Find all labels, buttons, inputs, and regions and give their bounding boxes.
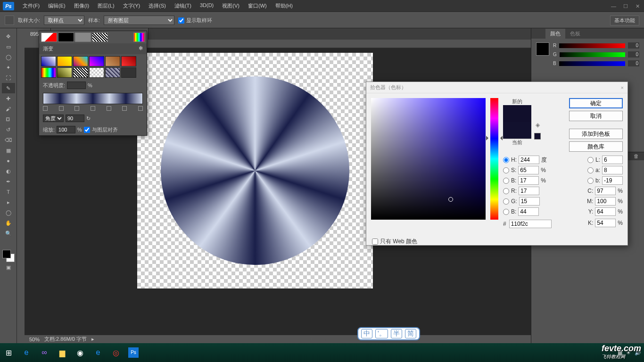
gradient-preset[interactable] — [89, 67, 104, 78]
gradient-fill-swatch[interactable] — [41, 33, 57, 42]
foreground-swatch[interactable] — [2, 250, 11, 258]
menu-select[interactable]: 选择(S) — [145, 0, 170, 11]
c-input[interactable] — [595, 187, 616, 195]
menu-window[interactable]: 窗口(W) — [244, 0, 271, 11]
fg-bg-swatches[interactable] — [2, 250, 15, 262]
b-hsb-radio[interactable] — [503, 178, 509, 184]
ellipse-tool-icon[interactable]: ◯ — [2, 207, 15, 218]
gradient-preset[interactable] — [89, 56, 104, 66]
menu-layer[interactable]: 图层(L) — [94, 0, 118, 11]
zoom-tool-icon[interactable]: 🔍 — [2, 228, 15, 239]
hand-tool-icon[interactable]: ✋ — [2, 218, 15, 228]
gradient-preset[interactable] — [121, 67, 136, 78]
l-input[interactable] — [602, 156, 623, 164]
sample-select[interactable]: 所有图层 — [104, 16, 174, 25]
gradient-preset[interactable] — [73, 67, 88, 78]
hue-slider[interactable] — [490, 98, 498, 220]
k-input[interactable] — [595, 219, 616, 227]
lasso-tool-icon[interactable]: ◯ — [2, 52, 15, 62]
s-input[interactable] — [518, 166, 539, 174]
a-radio[interactable] — [587, 167, 594, 173]
type-tool-icon[interactable]: T — [2, 187, 15, 197]
close-icon[interactable]: ✕ — [636, 3, 641, 9]
explorer-icon[interactable]: ▆ — [57, 347, 68, 358]
s-radio[interactable] — [503, 167, 509, 173]
gradient-stop[interactable] — [122, 106, 127, 111]
eyedropper-tool-icon[interactable] — [5, 16, 14, 25]
ie-icon[interactable]: e — [92, 347, 104, 358]
ime-lang[interactable]: 中 — [361, 329, 372, 338]
align-layer-checkbox[interactable] — [84, 127, 90, 133]
opacity-input[interactable] — [67, 82, 86, 89]
menu-edit[interactable]: 编辑(E) — [44, 0, 69, 11]
r-slider[interactable] — [559, 43, 625, 48]
color-tab[interactable]: 颜色 — [545, 29, 565, 39]
sv-cursor-icon[interactable] — [448, 197, 453, 202]
solid-fill-swatch[interactable] — [58, 33, 74, 42]
gradient-preset[interactable] — [57, 67, 72, 78]
menu-type[interactable]: 文字(Y) — [119, 0, 144, 11]
g-slider[interactable] — [560, 52, 625, 57]
panel-menu-icon[interactable]: ✻ — [139, 45, 143, 52]
gradient-editor-bar[interactable] — [43, 93, 143, 104]
b-rgb-radio[interactable] — [503, 209, 509, 215]
healing-tool-icon[interactable]: ✚ — [2, 93, 15, 104]
trash-icon[interactable]: 🗑 — [634, 153, 640, 160]
l-radio[interactable] — [587, 157, 594, 163]
vs-icon[interactable]: ∞ — [39, 347, 50, 358]
g-radio[interactable] — [503, 198, 509, 205]
g-input[interactable] — [519, 197, 540, 206]
path-select-tool-icon[interactable]: ▸ — [2, 197, 15, 207]
netease-icon[interactable]: ◎ — [110, 347, 122, 358]
gradient-panel[interactable]: 渐变✻ 不透明度: % 角度 ↻ 缩放: % 与图层对 — [39, 31, 147, 136]
b-rgb-input[interactable] — [518, 207, 539, 216]
ime-punct[interactable]: '。 — [375, 329, 388, 338]
b-hsb-input[interactable] — [518, 176, 539, 185]
gradient-preset[interactable] — [57, 56, 72, 66]
cube-icon[interactable]: ◈ — [536, 122, 540, 128]
b-lab-input[interactable] — [602, 176, 623, 185]
color-panel-swatch[interactable] — [536, 42, 549, 56]
start-button-icon[interactable]: ⊞ — [3, 347, 14, 358]
gradient-type-select[interactable]: 角度 — [43, 115, 64, 122]
ime-simp[interactable]: 简 — [405, 329, 416, 338]
b-value[interactable]: 0 — [628, 60, 639, 66]
gradient-angle-input[interactable] — [66, 115, 84, 122]
eraser-tool-icon[interactable]: ⌫ — [2, 135, 15, 145]
ime-width[interactable]: 半 — [391, 329, 402, 338]
scale-input[interactable] — [57, 126, 75, 133]
ime-indicator[interactable]: 中 '。 半 简 — [357, 327, 420, 340]
taskbar-ps-icon[interactable]: Ps — [128, 347, 139, 358]
dodge-tool-icon[interactable]: ◐ — [2, 166, 15, 176]
minimize-icon[interactable]: — — [611, 3, 617, 9]
spectrum-icon[interactable] — [133, 33, 145, 42]
rotate-icon[interactable]: ↻ — [86, 115, 91, 122]
maximize-icon[interactable]: ☐ — [623, 3, 629, 9]
dialog-close-icon[interactable]: × — [621, 85, 624, 90]
gradient-preset[interactable] — [105, 67, 120, 78]
gradient-stop[interactable] — [138, 106, 143, 111]
gradient-preset[interactable] — [41, 67, 56, 78]
saturation-value-field[interactable] — [371, 98, 486, 220]
gradient-preset[interactable] — [73, 56, 88, 66]
move-tool-icon[interactable]: ✥ — [2, 31, 15, 41]
pen-tool-icon[interactable]: ✒ — [2, 176, 15, 187]
color-library-button[interactable]: 颜色库 — [569, 141, 623, 152]
m-input[interactable] — [595, 197, 616, 206]
sample-size-select[interactable]: 取样点 — [44, 16, 84, 25]
r-value[interactable]: 0 — [628, 42, 639, 49]
menu-filter[interactable]: 滤镜(T) — [171, 0, 195, 11]
web-safe-swatch[interactable] — [534, 133, 541, 140]
eyedropper-tool-icon[interactable]: ✎ — [2, 83, 15, 93]
gradient-stop[interactable] — [74, 106, 79, 111]
gradient-stop[interactable] — [91, 106, 95, 111]
show-sample-ring-checkbox[interactable] — [178, 17, 184, 24]
gradient-preset[interactable] — [105, 56, 120, 66]
b-slider[interactable] — [559, 61, 625, 66]
stamp-tool-icon[interactable]: ⛋ — [2, 114, 15, 124]
r-input[interactable] — [519, 187, 539, 195]
gray-fill-swatch[interactable] — [75, 33, 91, 42]
marquee-tool-icon[interactable]: ▭ — [2, 41, 15, 52]
menu-image[interactable]: 图像(I) — [70, 0, 93, 11]
spiral-icon[interactable]: ◉ — [74, 347, 86, 358]
